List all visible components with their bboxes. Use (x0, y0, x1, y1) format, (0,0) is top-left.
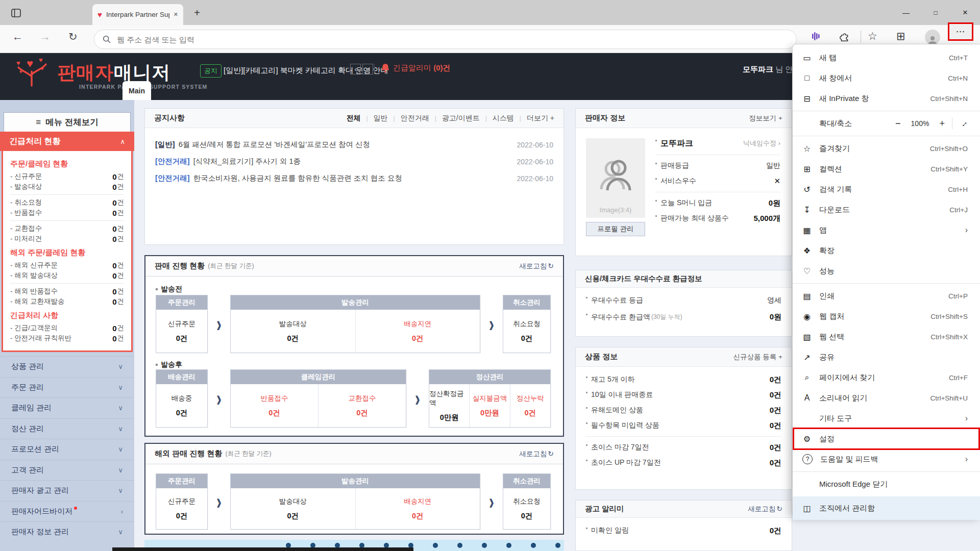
sidebar-menu-item[interactable]: 상품 관리 ∨ (0, 356, 134, 377)
notices-filter-tab[interactable]: 광고/이벤트 (429, 114, 480, 123)
stat-row[interactable]: - 해외 반품접수 0 건 (10, 286, 124, 296)
edge-menu-item-close-edge[interactable]: Microsoft Edge 닫기 (793, 474, 980, 494)
edge-menu-item[interactable]: ↗ 공유 (793, 347, 980, 367)
product-row[interactable]: 유해도메인 상품 0건 (586, 403, 781, 418)
stat-row[interactable]: - 해외 교환재발송 0 건 (10, 296, 124, 307)
flow-cell[interactable]: 신규주문0건 (156, 310, 207, 353)
flow-cell[interactable]: 발송대상0건 (231, 488, 355, 529)
sidebar-menu-item[interactable]: 판매자 광고 관리 ∨ (0, 480, 134, 501)
cancel-mgmt-box[interactable]: 취소관리 취소요청0건 (503, 473, 551, 530)
stat-row[interactable]: - 안전거래 규칙위반 0 건 (10, 333, 124, 343)
stat-row[interactable]: - 긴급/고객문의 0 건 (10, 323, 124, 333)
sidebar-menu-item[interactable]: 주문 관리 ∨ (0, 377, 134, 398)
edge-menu-item[interactable]: ⚙ 설정 (793, 429, 980, 449)
edge-menu-item[interactable]: ? 도움말 및 피드백 › (793, 449, 980, 469)
edge-menu-item[interactable]: ▤ 인쇄 Ctrl+P (793, 286, 980, 306)
edge-menu-item[interactable]: ❖ 확장 (793, 240, 980, 261)
sales-refresh-button[interactable]: 새로고침↻ (519, 262, 554, 271)
flow-cell[interactable]: 배송지연0건 (355, 310, 480, 353)
stat-row[interactable]: - 반품접수 0 건 (10, 208, 124, 218)
collections-button[interactable]: ⊞ (896, 30, 905, 42)
tab-actions-menu-button[interactable] (7, 5, 24, 21)
edge-menu-item[interactable]: ↧ 다운로드 Ctrl+J (793, 199, 980, 220)
flow-cell[interactable]: 발송대상0건 (231, 310, 355, 353)
stat-row[interactable]: - 해외 발송대상 0 건 (10, 270, 124, 281)
stat-row[interactable]: - 해외 신규주문 0 건 (10, 260, 124, 270)
notices-filter-tab[interactable]: 전체 (346, 114, 360, 123)
zoom-in-button[interactable]: + (939, 118, 945, 129)
stat-row[interactable]: - 미처리건 0 건 (10, 234, 124, 244)
new-tab-button[interactable]: + (190, 6, 204, 19)
profile-manage-button[interactable]: 프로필 관리 (586, 222, 645, 236)
address-bar[interactable] (94, 30, 797, 49)
sidebar-menu-item[interactable]: 판매자 정보 관리 ∨ (0, 521, 134, 542)
product-row[interactable]: 필수항목 미입력 상품 0건 (586, 418, 781, 433)
flow-cell[interactable]: 실지불금액0만원 (469, 384, 509, 427)
edge-menu-item[interactable]: A 소리내어 읽기 Ctrl+Shift+U (793, 388, 980, 408)
claim-mgmt-box[interactable]: 클레임관리 반품접수0건 교환접수0건 (230, 369, 406, 428)
site-logo[interactable]: 판매자매니저 (57, 60, 170, 85)
flow-cell[interactable]: 배송중0건 (156, 384, 207, 427)
notices-filter-tab[interactable]: 시스템 (480, 114, 514, 123)
flow-cell[interactable]: 배송지연0건 (355, 488, 480, 529)
flow-cell[interactable]: 반품접수0건 (231, 384, 318, 427)
urgent-alert[interactable]: 긴급알리미 (0)건 (381, 63, 451, 73)
edge-menu-item-managed-by-org[interactable]: ◫ 조직에서 관리함 (793, 496, 980, 520)
stat-row[interactable]: - 신규주문 0 건 (10, 171, 124, 182)
notices-filter-tab[interactable]: 더보기 + (514, 114, 554, 123)
cancel-mgmt-box[interactable]: 취소관리 취소요청0건 (503, 295, 551, 353)
forward-button[interactable]: → (40, 31, 51, 43)
edge-menu-item[interactable]: ♡ 성능 (793, 261, 980, 281)
notice-next-button[interactable]: › (362, 64, 373, 74)
settings-and-more-button[interactable]: ⋯ (948, 22, 973, 41)
notice-row[interactable]: [안전거래] 한국소비자원, 사용금지 원료를 함유한 식품관련 조치 협조 요… (155, 170, 553, 187)
product-row[interactable]: 초이스 UP 마감 7일전 0건 (586, 455, 781, 470)
sidebar-menu-item[interactable]: 판매자어드바이저 › (0, 501, 134, 522)
flow-cell[interactable]: 신규주문0건 (156, 488, 207, 529)
edge-menu-item[interactable]: ⊟ 새 InPrivate 창 Ctrl+Shift+N (793, 88, 980, 109)
flow-cell[interactable]: 교환접수0건 (318, 384, 406, 427)
edge-menu-item[interactable]: ☆ 즐겨찾기 Ctrl+Shift+O (793, 138, 980, 159)
browser-tab[interactable]: ♥ Interpark Partner Support System ✕ (92, 4, 183, 25)
nickname-edit-link[interactable]: 닉네임수정 › (743, 139, 780, 148)
window-close-button[interactable]: ✕ (950, 0, 980, 25)
window-maximize-button[interactable]: □ (921, 0, 950, 25)
notices-filter-tab[interactable]: 안전거래 (388, 114, 429, 123)
edge-menu-item[interactable]: 기타 도구 › (793, 408, 980, 429)
extensions-button[interactable] (839, 31, 850, 42)
tab-main[interactable]: Main (122, 81, 151, 100)
flow-cell[interactable]: 취소요청0건 (503, 488, 550, 529)
product-row[interactable]: 재고 5개 이하 0건 (586, 372, 781, 387)
window-minimize-button[interactable]: — (891, 0, 921, 25)
order-mgmt-box[interactable]: 주문관리 신규주문0건 (156, 295, 208, 353)
fullscreen-button[interactable]: ↔ (958, 117, 970, 130)
back-button[interactable]: ← (12, 31, 23, 43)
urgent-status-header[interactable]: 긴급처리 현황 ∧ (0, 132, 134, 151)
notices-filter-tab[interactable]: 일반 (360, 114, 387, 123)
new-product-register-button[interactable]: 신규상품 등록 + (733, 353, 782, 362)
flow-cell[interactable]: 정산누락0건 (510, 384, 550, 427)
edge-menu-item[interactable]: ▦ 앱 › (793, 220, 980, 240)
stat-row[interactable]: - 취소요청 0 건 (10, 197, 124, 208)
edge-menu-item[interactable]: □ 새 창에서 Ctrl+N (793, 68, 980, 88)
stat-row[interactable]: - 교환접수 0 건 (10, 223, 124, 234)
zoom-out-button[interactable]: − (895, 118, 901, 129)
order-mgmt-box[interactable]: 주문관리 신규주문0건 (156, 473, 208, 530)
product-row[interactable]: 초이스 마감 7일전 0건 (586, 440, 781, 455)
settlement-mgmt-box[interactable]: 정산관리 정산확정금액0만원 실지불금액0만원 정산누락0건 (429, 369, 551, 428)
notice-row[interactable]: [안전거래] [식약처_의료기기] 주사기 외 1종 2022-06-10 (155, 153, 553, 170)
flow-cell[interactable]: 취소요청0건 (503, 310, 550, 353)
edge-menu-item[interactable]: ⊞ 컬렉션 Ctrl+Shift+Y (793, 159, 980, 179)
tab-close-icon[interactable]: ✕ (174, 11, 178, 18)
address-input[interactable] (116, 35, 788, 44)
flow-cell[interactable]: 정산확정금액0만원 (429, 384, 469, 427)
delivery-mgmt-box[interactable]: 배송관리 배송중0건 (156, 369, 208, 428)
seller-info-view-button[interactable]: 정보보기 + (749, 114, 782, 123)
edge-menu-item[interactable]: ▧ 웹 선택 Ctrl+Shift+X (793, 327, 980, 347)
notice-prev-button[interactable]: ‹ (350, 64, 361, 74)
favorites-button[interactable]: ☆ (868, 30, 877, 42)
sidebar-menu-item[interactable]: 프로모션 관리 ∨ (0, 439, 134, 460)
shipping-mgmt-box[interactable]: 발송관리 발송대상0건 배송지연0건 (230, 473, 480, 530)
refresh-button[interactable]: ↻ (68, 31, 78, 43)
ad-refresh-button[interactable]: 새로고침↻ (748, 505, 782, 514)
